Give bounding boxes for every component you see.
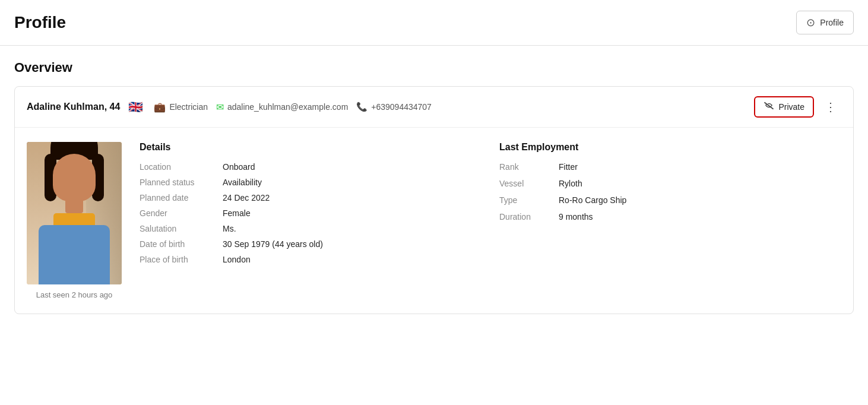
detail-label: Place of birth	[140, 255, 223, 264]
details-heading: Details	[140, 142, 481, 153]
profession-group: 💼 Electrician	[151, 102, 208, 113]
detail-value: Ms.	[223, 224, 481, 233]
private-btn-label: Private	[778, 102, 804, 112]
employment-value: Ryloth	[559, 179, 841, 188]
email-group: ✉ adaline_kuhlman@example.com	[216, 102, 348, 113]
detail-value: London	[223, 255, 481, 264]
detail-value: Availability	[223, 178, 481, 187]
detail-value: 30 Sep 1979 (44 years old)	[223, 239, 481, 249]
detail-value: 24 Dec 2022	[223, 193, 481, 202]
more-options-button[interactable]: ⋮	[820, 97, 841, 116]
detail-label: Location	[140, 162, 223, 172]
detail-label: Gender	[140, 208, 223, 218]
card-body: Last seen 2 hours ago Details LocationOn…	[15, 128, 853, 314]
employment-label: Duration	[499, 212, 559, 222]
flag-icon: 🇬🇧	[128, 100, 143, 114]
eye-slash-icon	[764, 102, 774, 112]
email-text: adaline_kuhlman@example.com	[227, 102, 348, 112]
private-button[interactable]: Private	[754, 96, 814, 118]
header: Profile ⊙ Profile	[0, 0, 868, 46]
card-top-bar-left: Adaline Kuhlman, 44 🇬🇧 💼 Electrician ✉ a…	[27, 100, 432, 114]
overview-title: Overview	[14, 60, 854, 75]
person-name: Adaline Kuhlman, 44	[27, 102, 120, 112]
detail-label: Planned status	[140, 178, 223, 187]
person-icon: ⊙	[806, 16, 815, 29]
phone-group: 📞 +639094434707	[356, 102, 432, 112]
card-top-bar: Adaline Kuhlman, 44 🇬🇧 💼 Electrician ✉ a…	[15, 87, 853, 128]
phone-icon: 📞	[356, 102, 368, 112]
profession-text: Electrician	[169, 102, 208, 112]
phone-text: +639094434707	[371, 102, 432, 112]
details-table: LocationOnboardPlanned statusAvailabilit…	[140, 162, 481, 264]
detail-value: Onboard	[223, 162, 481, 172]
employment-label: Rank	[499, 162, 559, 172]
employment-value: Fitter	[559, 162, 841, 172]
employment-value: Ro-Ro Cargo Ship	[559, 195, 841, 205]
briefcase-icon: 💼	[154, 102, 166, 113]
detail-label: Salutation	[140, 224, 223, 233]
avatar	[27, 142, 122, 284]
main-content: Overview Adaline Kuhlman, 44 🇬🇧 💼 Electr…	[0, 46, 868, 328]
profile-button[interactable]: ⊙ Profile	[796, 11, 854, 34]
details-section: Details LocationOnboardPlanned statusAva…	[140, 142, 481, 299]
card-top-bar-right: Private ⋮	[754, 96, 841, 118]
email-icon: ✉	[216, 102, 224, 113]
employment-table: RankFitterVesselRylothTypeRo-Ro Cargo Sh…	[499, 162, 841, 222]
detail-label: Planned date	[140, 193, 223, 202]
employment-label: Vessel	[499, 179, 559, 188]
detail-value: Female	[223, 208, 481, 218]
detail-label: Date of birth	[140, 239, 223, 249]
employment-section: Last Employment RankFitterVesselRylothTy…	[499, 142, 841, 299]
profile-btn-label: Profile	[820, 18, 844, 27]
last-seen-text: Last seen 2 hours ago	[36, 290, 113, 299]
employment-value: 9 months	[559, 212, 841, 222]
page-title: Profile	[14, 13, 66, 32]
employment-heading: Last Employment	[499, 142, 841, 153]
avatar-section: Last seen 2 hours ago	[27, 142, 122, 299]
overview-card: Adaline Kuhlman, 44 🇬🇧 💼 Electrician ✉ a…	[14, 86, 854, 314]
employment-label: Type	[499, 195, 559, 205]
